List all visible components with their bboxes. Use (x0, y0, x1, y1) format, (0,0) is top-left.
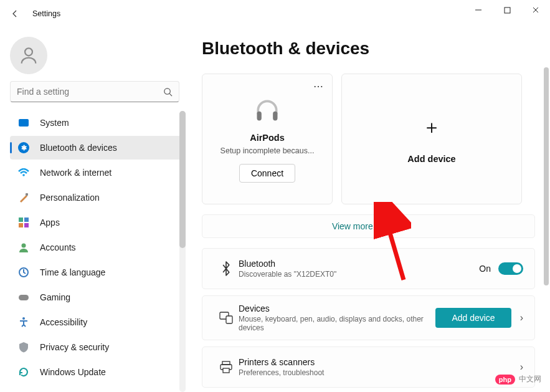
svg-rect-8 (26, 193, 28, 196)
svg-point-5 (164, 88, 170, 93)
nav-label: System (40, 118, 69, 128)
add-device-label: Add device (407, 154, 455, 164)
bluetooth-toggle-row: Bluetooth Discoverable as "X12DEXT0" On (202, 248, 535, 289)
svg-point-7 (22, 174, 25, 176)
person-icon (18, 45, 39, 66)
svg-rect-12 (24, 223, 29, 227)
nav-label: Windows Update (40, 367, 106, 377)
bluetooth-state-label: On (479, 264, 491, 274)
nav-label: Privacy & security (40, 342, 109, 352)
svg-point-4 (25, 48, 32, 55)
watermark: php 中文网 (495, 374, 541, 385)
devices-row-icon (214, 312, 239, 324)
add-device-button[interactable]: Add device (435, 308, 511, 328)
main-panel: Bluetooth & devices ⋯ AirPods Setup inco… (187, 27, 550, 392)
sidebar-scroll-thumb[interactable] (179, 111, 186, 248)
nav-label: Apps (40, 218, 60, 227)
sidebar: System ✱ Bluetooth & devices Network & i… (0, 27, 187, 392)
search-icon (163, 87, 173, 97)
minimize-button[interactable] (464, 0, 493, 20)
view-more-devices-row[interactable]: View more devices (202, 214, 535, 238)
maximize-button[interactable] (493, 0, 521, 20)
account-icon (17, 241, 30, 254)
nav-list: System ✱ Bluetooth & devices Network & i… (10, 111, 182, 384)
svg-rect-15 (19, 295, 29, 300)
search-box[interactable] (10, 81, 179, 102)
close-button[interactable] (521, 0, 550, 20)
nav-accessibility[interactable]: Accessibility (10, 310, 182, 334)
svg-line-6 (169, 93, 172, 96)
page-title: Bluetooth & devices (202, 39, 535, 59)
nav-label: Time & language (40, 267, 105, 277)
printers-title: Printers & scanners (239, 357, 511, 367)
nav-time-language[interactable]: Time & language (10, 261, 182, 284)
main-scroll-thumb[interactable] (544, 67, 549, 285)
nav-privacy-security[interactable]: Privacy & security (10, 335, 182, 359)
device-name: AirPods (250, 133, 285, 143)
nav-personalization[interactable]: Personalization (10, 186, 182, 209)
svg-rect-11 (19, 223, 23, 227)
chevron-right-icon: › (520, 361, 523, 373)
printer-icon (214, 361, 239, 373)
svg-rect-17 (257, 112, 262, 121)
nav-gaming[interactable]: Gaming (10, 285, 182, 309)
svg-rect-20 (226, 316, 232, 323)
svg-rect-21 (222, 361, 230, 365)
nav-system[interactable]: System (10, 111, 182, 135)
add-device-card[interactable]: ＋ Add device (341, 74, 522, 204)
device-card-airpods[interactable]: ⋯ AirPods Setup incomplete becaus... Con… (202, 74, 333, 204)
minimize-icon (475, 6, 482, 14)
devices-subtitle: Mouse, keyboard, pen, audio, displays an… (239, 315, 435, 332)
accessibility-icon (17, 316, 30, 328)
watermark-badge: php (495, 375, 515, 385)
nav-apps[interactable]: Apps (10, 211, 182, 234)
nav-label: Network & internet (40, 168, 111, 178)
headphones-icon (254, 97, 281, 124)
printers-subtitle: Preferences, troubleshoot (239, 368, 511, 377)
clock-globe-icon (17, 266, 30, 279)
apps-icon (17, 216, 30, 229)
nav-network[interactable]: Network & internet (10, 161, 182, 184)
shield-icon (17, 341, 30, 353)
bluetooth-icon: ✱ (17, 141, 30, 154)
watermark-text: 中文网 (519, 374, 541, 385)
arrow-left-icon (10, 9, 20, 19)
devices-title: Devices (239, 304, 435, 313)
plus-icon: ＋ (422, 115, 441, 140)
nav-label: Personalization (40, 193, 100, 203)
nav-label: Bluetooth & devices (40, 143, 117, 153)
device-card-more-button[interactable]: ⋯ (313, 80, 325, 92)
svg-rect-18 (273, 112, 277, 121)
bluetooth-subtitle: Discoverable as "X12DEXT0" (239, 270, 479, 279)
printers-row[interactable]: Printers & scanners Preferences, trouble… (202, 347, 535, 388)
device-status: Setup incomplete becaus... (220, 146, 315, 155)
nav-label: Accounts (40, 242, 76, 252)
window-title: Settings (32, 9, 60, 18)
nav-windows-update[interactable]: Windows Update (10, 360, 182, 384)
back-button[interactable] (4, 2, 26, 25)
svg-rect-10 (24, 218, 29, 222)
window-controls (464, 0, 550, 27)
nav-label: Accessibility (40, 317, 87, 327)
gaming-icon (17, 291, 30, 304)
update-icon (17, 366, 30, 378)
nav-label: Gaming (40, 292, 70, 302)
devices-row[interactable]: Devices Mouse, keyboard, pen, audio, dis… (202, 295, 535, 340)
sidebar-scrollbar[interactable] (179, 111, 186, 392)
nav-accounts[interactable]: Accounts (10, 236, 182, 259)
search-input[interactable] (17, 87, 163, 97)
bluetooth-title: Bluetooth (239, 259, 479, 269)
display-icon (17, 117, 30, 129)
bluetooth-toggle[interactable] (498, 262, 523, 275)
svg-rect-23 (223, 368, 229, 373)
view-more-devices-link[interactable]: View more devices (332, 221, 405, 231)
svg-rect-1 (505, 7, 510, 13)
svg-point-16 (22, 317, 25, 320)
connect-button[interactable]: Connect (239, 164, 295, 183)
nav-bluetooth-devices[interactable]: ✱ Bluetooth & devices (10, 136, 182, 160)
main-scrollbar[interactable] (544, 67, 549, 387)
user-avatar[interactable] (10, 37, 47, 74)
svg-rect-9 (19, 218, 23, 222)
maximize-icon (504, 7, 511, 14)
paintbrush-icon (17, 191, 30, 204)
